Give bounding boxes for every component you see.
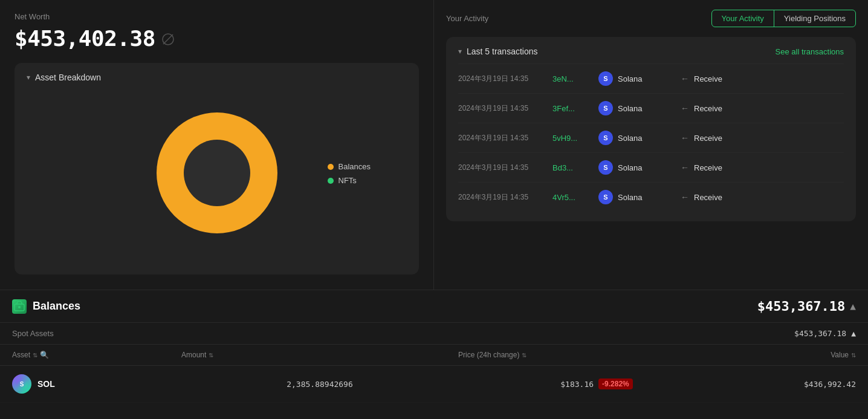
tx-date-4: 2024年3月19日 14:35 <box>458 163 543 173</box>
tx-hash-5[interactable]: 4Vr5... <box>552 193 589 202</box>
receive-arrow-1: ← <box>681 74 689 83</box>
amount-column-label: Amount <box>181 351 206 359</box>
tx-hash-1[interactable]: 3eN... <box>552 74 589 83</box>
receive-arrow-3: ← <box>681 133 689 143</box>
transaction-row: 2024年3月19日 14:35 3eN... S Solana ← Recei… <box>458 63 844 93</box>
balances-total-value: $453,367.18 <box>757 299 846 314</box>
spot-assets-row: Spot Assets $453,367.18 ▲ <box>0 323 868 345</box>
chain-name-3: Solana <box>618 134 642 143</box>
tx-direction-5: ← Receive <box>681 192 722 202</box>
right-panel: Your Activity Your Activity Yielding Pos… <box>434 0 868 290</box>
see-all-link[interactable]: See all transactions <box>776 47 844 56</box>
sol-amount: 2,385.88942696 <box>181 380 458 389</box>
nfts-label: NFTs <box>338 176 357 185</box>
net-worth-label: Net Worth <box>15 12 419 21</box>
svg-text:S: S <box>20 381 24 388</box>
tx-chain-3: S Solana <box>598 131 671 145</box>
sol-table-row: S SOL 2,385.88942696 $183.16 -9.282% $43… <box>0 366 868 403</box>
tx-date-1: 2024年3月19日 14:35 <box>458 74 543 84</box>
asset-column-label: Asset <box>12 351 30 359</box>
value-column-header[interactable]: Value ⇅ <box>735 351 856 359</box>
your-activity-label: Your Activity <box>446 14 488 23</box>
spot-assets-amount: $453,367.18 <box>794 329 846 338</box>
receive-arrow-2: ← <box>681 103 689 113</box>
chain-name-1: Solana <box>618 74 642 83</box>
spot-assets-value: $453,367.18 ▲ <box>794 329 856 338</box>
chain-icon-2: S <box>598 101 613 115</box>
asset-column-header[interactable]: Asset ⇅ 🔍 <box>12 351 181 359</box>
tx-type-4: Receive <box>694 163 722 172</box>
net-worth-amount: $453,402.38 <box>15 26 155 51</box>
balances-collapse-icon[interactable]: ▲ <box>850 300 856 312</box>
receive-arrow-5: ← <box>681 192 689 202</box>
spot-assets-label: Spot Assets <box>12 329 54 338</box>
your-activity-tab[interactable]: Your Activity <box>712 10 774 27</box>
tx-hash-3[interactable]: 5vH9... <box>552 134 589 143</box>
price-column-header[interactable]: Price (24h change) ⇅ <box>458 351 735 359</box>
sol-price-cell: $183.16 -9.282% <box>458 378 735 389</box>
legend-nfts: NFTs <box>328 176 371 185</box>
collapse-icon[interactable]: ▾ <box>27 73 30 82</box>
amount-column-header[interactable]: Amount ⇅ <box>181 351 458 359</box>
tx-hash-4[interactable]: Bd3... <box>552 163 589 172</box>
tx-type-3: Receive <box>694 134 722 143</box>
balances-dot <box>328 164 334 170</box>
transactions-title: Last 5 transactions <box>467 47 538 56</box>
tx-type-5: Receive <box>694 193 722 202</box>
asset-sort-icon[interactable]: ⇅ <box>33 352 37 359</box>
spot-assets-chevron[interactable]: ▲ <box>851 329 856 338</box>
tx-chain-2: S Solana <box>598 101 671 115</box>
tx-direction-4: ← Receive <box>681 163 722 172</box>
tx-chain-1: S Solana <box>598 71 671 86</box>
value-sort-icon[interactable]: ⇅ <box>851 352 856 359</box>
legend-balances: Balances <box>328 162 371 171</box>
chain-name-5: Solana <box>618 193 642 202</box>
transaction-row: 2024年3月19日 14:35 Bd3... S Solana ← Recei… <box>458 152 844 182</box>
sol-price: $183.16 <box>560 380 594 389</box>
balances-section-title: Balances <box>33 300 80 313</box>
chart-area: Balances NFTs <box>27 92 407 255</box>
chart-legend: Balances NFTs <box>328 162 371 185</box>
chain-name-2: Solana <box>618 104 642 113</box>
transaction-row: 2024年3月19日 14:35 5vH9... S Solana ← Rece… <box>458 123 844 152</box>
tx-direction-3: ← Receive <box>681 133 722 143</box>
transactions-collapse-icon[interactable]: ▾ <box>458 47 462 56</box>
sol-price-change: -9.282% <box>598 378 633 389</box>
tx-chain-4: S Solana <box>598 160 671 175</box>
tx-direction-2: ← Receive <box>681 103 722 113</box>
tx-hash-2[interactable]: 3Fef... <box>552 104 589 113</box>
transaction-row: 2024年3月19日 14:35 4Vr5... S Solana ← Rece… <box>458 182 844 212</box>
balances-title-group: Balances <box>12 299 80 314</box>
transaction-row: 2024年3月19日 14:35 3Fef... S Solana ← Rece… <box>458 93 844 123</box>
asset-breakdown-title: Asset Breakdown <box>35 73 101 82</box>
bottom-section: Balances $453,367.18 ▲ Spot Assets $453,… <box>0 290 868 403</box>
visibility-icon[interactable] <box>161 33 173 45</box>
tx-date-2: 2024年3月19日 14:35 <box>458 103 543 114</box>
svg-point-5 <box>18 306 21 308</box>
price-column-label: Price (24h change) <box>458 351 519 359</box>
amount-sort-icon[interactable]: ⇅ <box>209 352 213 359</box>
tab-group: Your Activity Yielding Positions <box>711 10 856 27</box>
tx-direction-1: ← Receive <box>681 74 722 83</box>
tx-date-3: 2024年3月19日 14:35 <box>458 133 543 143</box>
balances-total: $453,367.18 ▲ <box>757 299 856 314</box>
yielding-positions-tab[interactable]: Yielding Positions <box>774 10 855 27</box>
chain-icon-1: S <box>598 71 613 86</box>
chain-name-4: Solana <box>618 163 642 172</box>
sol-value: $436,992.42 <box>735 380 856 389</box>
asset-search-icon[interactable]: 🔍 <box>40 351 49 359</box>
tx-type-1: Receive <box>694 74 722 83</box>
receive-arrow-4: ← <box>681 163 689 172</box>
tx-date-5: 2024年3月19日 14:35 <box>458 192 543 203</box>
balances-label: Balances <box>338 162 371 171</box>
sol-asset-cell: S SOL <box>12 374 181 394</box>
svg-line-1 <box>163 34 173 44</box>
chain-icon-5: S <box>598 190 613 204</box>
tx-chain-5: S Solana <box>598 190 671 204</box>
price-sort-icon[interactable]: ⇅ <box>522 352 526 359</box>
chain-icon-4: S <box>598 160 613 175</box>
sol-name: SOL <box>37 379 55 389</box>
donut-chart <box>144 100 290 247</box>
sol-icon: S <box>12 374 31 394</box>
table-header: Asset ⇅ 🔍 Amount ⇅ Price (24h change) ⇅ … <box>0 345 868 366</box>
